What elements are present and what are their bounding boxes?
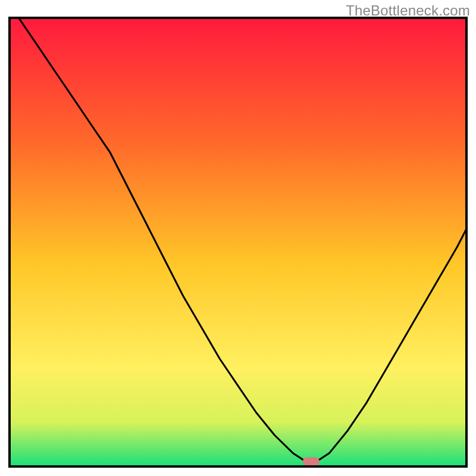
- chart-canvas: [0, 0, 476, 476]
- watermark-text: TheBottleneck.com: [346, 2, 470, 19]
- bottleneck-chart: TheBottleneck.com: [0, 0, 476, 476]
- plot-background: [10, 18, 466, 466]
- minimum-marker: [303, 458, 320, 466]
